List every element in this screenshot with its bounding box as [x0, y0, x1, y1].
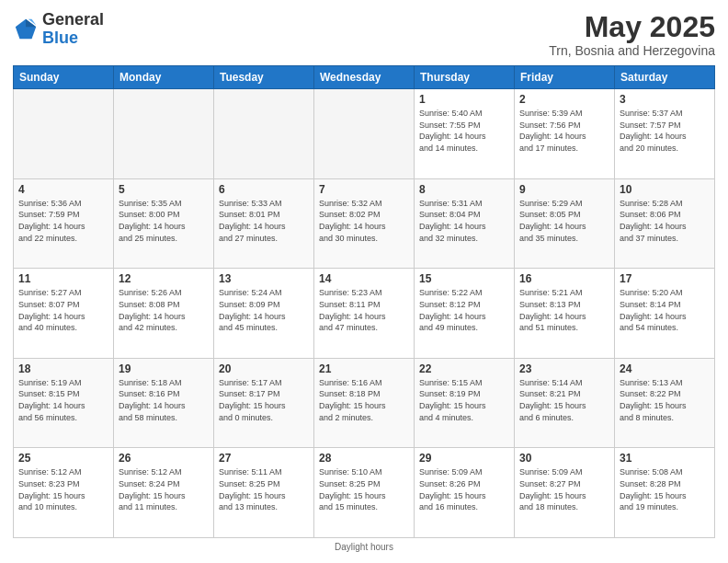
page: General Blue May 2025 Trn, Bosnia and He…	[0, 0, 728, 563]
calendar-header-row: Sunday Monday Tuesday Wednesday Thursday…	[14, 66, 715, 89]
day-info: Sunrise: 5:31 AM Sunset: 8:04 PM Dayligh…	[419, 198, 509, 244]
cell-w2-d5: 8Sunrise: 5:31 AM Sunset: 8:04 PM Daylig…	[415, 178, 515, 269]
day-number: 25	[18, 452, 108, 465]
col-thursday: Thursday	[415, 66, 515, 89]
header: General Blue May 2025 Trn, Bosnia and He…	[13, 11, 715, 58]
day-number: 15	[419, 272, 509, 285]
day-info: Sunrise: 5:23 AM Sunset: 8:11 PM Dayligh…	[319, 287, 409, 333]
day-number: 14	[319, 272, 409, 285]
day-number: 12	[119, 272, 209, 285]
day-info: Sunrise: 5:20 AM Sunset: 8:14 PM Dayligh…	[620, 287, 710, 333]
day-info: Sunrise: 5:24 AM Sunset: 8:09 PM Dayligh…	[219, 287, 309, 333]
cell-w3-d6: 16Sunrise: 5:21 AM Sunset: 8:13 PM Dayli…	[515, 269, 615, 359]
title-section: May 2025 Trn, Bosnia and Herzegovina	[549, 11, 715, 58]
day-info: Sunrise: 5:26 AM Sunset: 8:08 PM Dayligh…	[119, 287, 209, 333]
cell-w1-d6: 2Sunrise: 5:39 AM Sunset: 7:56 PM Daylig…	[515, 89, 615, 179]
day-info: Sunrise: 5:32 AM Sunset: 8:02 PM Dayligh…	[319, 198, 409, 244]
cell-w5-d5: 29Sunrise: 5:09 AM Sunset: 8:26 PM Dayli…	[415, 448, 515, 538]
day-info: Sunrise: 5:35 AM Sunset: 8:00 PM Dayligh…	[119, 198, 209, 244]
logo-text: General Blue	[42, 11, 104, 48]
cell-w4-d5: 22Sunrise: 5:15 AM Sunset: 8:19 PM Dayli…	[415, 358, 515, 448]
day-number: 19	[119, 362, 209, 375]
day-number: 24	[620, 362, 710, 375]
day-info: Sunrise: 5:19 AM Sunset: 8:15 PM Dayligh…	[18, 377, 108, 423]
cell-w3-d3: 13Sunrise: 5:24 AM Sunset: 8:09 PM Dayli…	[214, 269, 314, 359]
day-info: Sunrise: 5:11 AM Sunset: 8:25 PM Dayligh…	[219, 466, 309, 512]
cell-w2-d6: 9Sunrise: 5:29 AM Sunset: 8:05 PM Daylig…	[515, 178, 615, 269]
day-number: 1	[419, 93, 509, 106]
col-friday: Friday	[515, 66, 615, 89]
day-number: 13	[219, 272, 309, 285]
week-row-3: 11Sunrise: 5:27 AM Sunset: 8:07 PM Dayli…	[14, 269, 715, 359]
footer-note: Daylight hours	[13, 542, 715, 552]
day-info: Sunrise: 5:28 AM Sunset: 8:06 PM Dayligh…	[620, 198, 710, 244]
day-number: 16	[519, 272, 609, 285]
location: Trn, Bosnia and Herzegovina	[549, 43, 715, 58]
day-number: 8	[419, 183, 509, 196]
day-number: 26	[119, 452, 209, 465]
day-number: 4	[18, 183, 108, 196]
day-info: Sunrise: 5:18 AM Sunset: 8:16 PM Dayligh…	[119, 377, 209, 423]
cell-w4-d2: 19Sunrise: 5:18 AM Sunset: 8:16 PM Dayli…	[114, 358, 214, 448]
cell-w5-d1: 25Sunrise: 5:12 AM Sunset: 8:23 PM Dayli…	[14, 448, 114, 538]
day-info: Sunrise: 5:40 AM Sunset: 7:55 PM Dayligh…	[419, 108, 509, 154]
day-number: 7	[319, 183, 409, 196]
day-info: Sunrise: 5:27 AM Sunset: 8:07 PM Dayligh…	[18, 287, 108, 333]
day-info: Sunrise: 5:36 AM Sunset: 7:59 PM Dayligh…	[18, 198, 108, 244]
day-number: 5	[119, 183, 209, 196]
day-number: 30	[519, 452, 609, 465]
week-row-4: 18Sunrise: 5:19 AM Sunset: 8:15 PM Dayli…	[14, 358, 715, 448]
day-info: Sunrise: 5:15 AM Sunset: 8:19 PM Dayligh…	[419, 377, 509, 423]
cell-w3-d2: 12Sunrise: 5:26 AM Sunset: 8:08 PM Dayli…	[114, 269, 214, 359]
col-wednesday: Wednesday	[314, 66, 415, 89]
cell-w3-d4: 14Sunrise: 5:23 AM Sunset: 8:11 PM Dayli…	[314, 269, 415, 359]
col-sunday: Sunday	[14, 66, 114, 89]
day-info: Sunrise: 5:39 AM Sunset: 7:56 PM Dayligh…	[519, 108, 609, 154]
cell-w4-d7: 24Sunrise: 5:13 AM Sunset: 8:22 PM Dayli…	[615, 358, 715, 448]
week-row-2: 4Sunrise: 5:36 AM Sunset: 7:59 PM Daylig…	[14, 178, 715, 269]
cell-w2-d3: 6Sunrise: 5:33 AM Sunset: 8:01 PM Daylig…	[214, 178, 314, 269]
cell-w1-d1	[14, 89, 114, 179]
logo: General Blue	[13, 11, 104, 48]
cell-w2-d7: 10Sunrise: 5:28 AM Sunset: 8:06 PM Dayli…	[615, 178, 715, 269]
day-info: Sunrise: 5:12 AM Sunset: 8:24 PM Dayligh…	[119, 466, 209, 512]
cell-w3-d1: 11Sunrise: 5:27 AM Sunset: 8:07 PM Dayli…	[14, 269, 114, 359]
day-number: 31	[620, 452, 710, 465]
day-number: 3	[620, 93, 710, 106]
cell-w2-d2: 5Sunrise: 5:35 AM Sunset: 8:00 PM Daylig…	[114, 178, 214, 269]
day-info: Sunrise: 5:16 AM Sunset: 8:18 PM Dayligh…	[319, 377, 409, 423]
logo-blue: Blue	[42, 29, 78, 47]
cell-w4-d3: 20Sunrise: 5:17 AM Sunset: 8:17 PM Dayli…	[214, 358, 314, 448]
day-number: 11	[18, 272, 108, 285]
cell-w5-d2: 26Sunrise: 5:12 AM Sunset: 8:24 PM Dayli…	[114, 448, 214, 538]
day-number: 21	[319, 362, 409, 375]
month-title: May 2025	[549, 11, 715, 43]
cell-w1-d7: 3Sunrise: 5:37 AM Sunset: 7:57 PM Daylig…	[615, 89, 715, 179]
cell-w4-d4: 21Sunrise: 5:16 AM Sunset: 8:18 PM Dayli…	[314, 358, 415, 448]
day-number: 10	[620, 183, 710, 196]
cell-w1-d2	[114, 89, 214, 179]
day-number: 29	[419, 452, 509, 465]
cell-w5-d7: 31Sunrise: 5:08 AM Sunset: 8:28 PM Dayli…	[615, 448, 715, 538]
logo-general: General	[42, 10, 104, 29]
day-info: Sunrise: 5:29 AM Sunset: 8:05 PM Dayligh…	[519, 198, 609, 244]
cell-w1-d5: 1Sunrise: 5:40 AM Sunset: 7:55 PM Daylig…	[415, 89, 515, 179]
day-number: 28	[319, 452, 409, 465]
cell-w5-d3: 27Sunrise: 5:11 AM Sunset: 8:25 PM Dayli…	[214, 448, 314, 538]
day-info: Sunrise: 5:08 AM Sunset: 8:28 PM Dayligh…	[620, 466, 710, 512]
day-number: 9	[519, 183, 609, 196]
day-number: 20	[219, 362, 309, 375]
day-number: 23	[519, 362, 609, 375]
col-monday: Monday	[114, 66, 214, 89]
cell-w3-d7: 17Sunrise: 5:20 AM Sunset: 8:14 PM Dayli…	[615, 269, 715, 359]
day-info: Sunrise: 5:22 AM Sunset: 8:12 PM Dayligh…	[419, 287, 509, 333]
day-info: Sunrise: 5:21 AM Sunset: 8:13 PM Dayligh…	[519, 287, 609, 333]
day-info: Sunrise: 5:33 AM Sunset: 8:01 PM Dayligh…	[219, 198, 309, 244]
calendar-table: Sunday Monday Tuesday Wednesday Thursday…	[13, 65, 715, 538]
cell-w4-d1: 18Sunrise: 5:19 AM Sunset: 8:15 PM Dayli…	[14, 358, 114, 448]
week-row-1: 1Sunrise: 5:40 AM Sunset: 7:55 PM Daylig…	[14, 89, 715, 179]
cell-w2-d1: 4Sunrise: 5:36 AM Sunset: 7:59 PM Daylig…	[14, 178, 114, 269]
day-number: 6	[219, 183, 309, 196]
day-number: 27	[219, 452, 309, 465]
cell-w1-d3	[214, 89, 314, 179]
